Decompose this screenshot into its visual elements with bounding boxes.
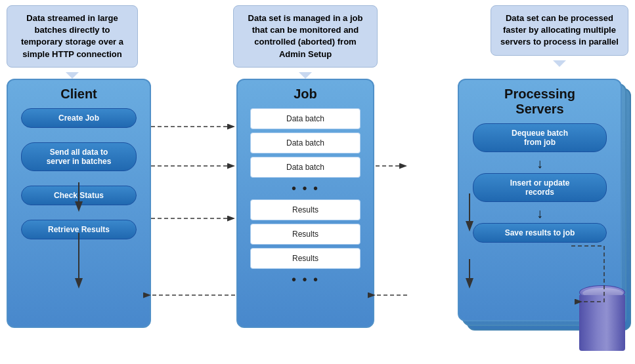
callout-left-text: Data streamed in large batches directly … <box>21 13 123 59</box>
callout-right-text: Data set can be processed faster by allo… <box>500 13 619 47</box>
callout-left: Data streamed in large batches directly … <box>7 5 138 68</box>
db-body <box>579 295 625 351</box>
database-cylinder <box>579 285 625 351</box>
job-dots-2: • • • <box>244 272 366 287</box>
create-job-button[interactable]: Create Job <box>21 108 137 128</box>
processing-title: ProcessingServers <box>466 87 614 117</box>
callout-mid-text: Data set is managed in a job that can be… <box>248 13 363 59</box>
send-data-button[interactable]: Send all data toserver in batches <box>21 142 137 171</box>
panel-client: Client Create Job Send all data toserver… <box>7 79 151 328</box>
dequeue-button[interactable]: Dequeue batchfrom job <box>473 123 606 152</box>
job-batch-2: Data batch <box>250 132 360 153</box>
job-results-1: Results <box>250 199 360 220</box>
save-results-button[interactable]: Save results to job <box>473 223 606 243</box>
job-batch-3: Data batch <box>250 157 360 178</box>
job-dots-1: • • • <box>244 181 366 196</box>
job-results-2: Results <box>250 224 360 245</box>
job-batch-1: Data batch <box>250 108 360 129</box>
insert-update-button[interactable]: Insert or updaterecords <box>473 173 606 202</box>
callout-mid: Data set is managed in a job that can be… <box>233 5 378 68</box>
retrieve-results-button[interactable]: Retrieve Results <box>21 220 137 239</box>
check-status-button[interactable]: Check Status <box>21 186 137 205</box>
diagram-container: Data streamed in large batches directly … <box>0 0 635 364</box>
panel-job: Job Data batch Data batch Data batch • •… <box>236 79 374 328</box>
client-title: Client <box>14 87 143 102</box>
job-results-3: Results <box>250 248 360 269</box>
callout-right: Data set can be processed faster by allo… <box>491 5 628 56</box>
job-title: Job <box>244 87 366 102</box>
